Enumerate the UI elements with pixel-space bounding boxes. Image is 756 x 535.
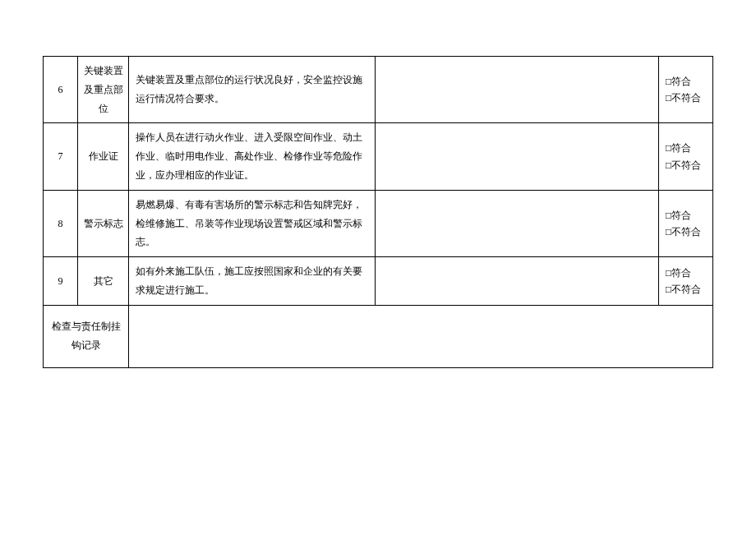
row-description: 如有外来施工队伍，施工应按照国家和企业的有关要求规定进行施工。 (129, 257, 376, 306)
table-row: 8 警示标志 易燃易爆、有毒有害场所的警示标志和告知牌完好，检维修施工、吊装等作… (44, 190, 713, 256)
row-blank (376, 190, 659, 256)
row-blank (376, 123, 659, 190)
footer-label: 检查与责任制挂钩记录 (44, 305, 129, 367)
inspection-table: 6 关键装置及重点部位 关键装置及重点部位的运行状况良好，安全监控设施运行情况符… (43, 56, 713, 368)
row-number: 7 (44, 123, 78, 190)
row-category: 警示标志 (78, 190, 129, 256)
row-number: 9 (44, 257, 78, 306)
row-status: □符合□不符合 (659, 257, 713, 306)
row-status: □符合□不符合 (659, 190, 713, 256)
footer-blank (129, 305, 713, 367)
row-description: 易燃易爆、有毒有害场所的警示标志和告知牌完好，检维修施工、吊装等作业现场设置警戒… (129, 190, 376, 256)
row-status: □符合□不符合 (659, 123, 713, 190)
row-blank (376, 257, 659, 306)
row-category: 作业证 (78, 123, 129, 190)
row-blank (376, 57, 659, 123)
table-row: 6 关键装置及重点部位 关键装置及重点部位的运行状况良好，安全监控设施运行情况符… (44, 57, 713, 123)
table-row: 9 其它 如有外来施工队伍，施工应按照国家和企业的有关要求规定进行施工。 □符合… (44, 257, 713, 306)
row-category: 关键装置及重点部位 (78, 57, 129, 123)
row-status: □符合□不符合 (659, 57, 713, 123)
row-description: 关键装置及重点部位的运行状况良好，安全监控设施运行情况符合要求。 (129, 57, 376, 123)
table-row: 7 作业证 操作人员在进行动火作业、进入受限空间作业、动土作业、临时用电作业、高… (44, 123, 713, 190)
row-number: 8 (44, 190, 78, 256)
row-number: 6 (44, 57, 78, 123)
table-footer-row: 检查与责任制挂钩记录 (44, 305, 713, 367)
row-description: 操作人员在进行动火作业、进入受限空间作业、动土作业、临时用电作业、高处作业、检修… (129, 123, 376, 190)
row-category: 其它 (78, 257, 129, 306)
